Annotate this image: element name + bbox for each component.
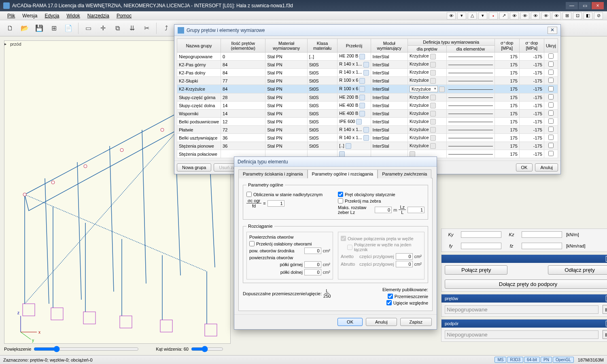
toolbar-view-2[interactable]: ▾: [457, 12, 466, 19]
hide-checkbox[interactable]: [548, 102, 554, 108]
chk-supercritical[interactable]: Obliczenia w stanie nadkrytycznym: [246, 192, 333, 197]
hide-checkbox[interactable]: [548, 61, 554, 67]
open-file-button[interactable]: 📂: [19, 22, 31, 34]
tool-cut[interactable]: ✂: [140, 22, 153, 34]
save-file-button[interactable]: 💾: [33, 22, 45, 34]
ribs-ratio-field[interactable]: [407, 207, 424, 213]
table-row[interactable]: Słupy-część dolna14Stal PNSt0SHE 400 B I…: [177, 102, 558, 110]
menu-widok[interactable]: Widok: [64, 12, 83, 19]
table-row[interactable]: K2-Słupki77Stal PNSt0SR 100 x 6 InterSta…: [177, 77, 558, 85]
col-name[interactable]: Nazwa grupy: [177, 39, 221, 53]
toolbar-view-14[interactable]: ◧: [584, 12, 592, 19]
table-row[interactable]: Płatwie72Stal PNSt0SR 140 x 1... InterSt…: [177, 126, 558, 134]
def-edit-icon[interactable]: [430, 70, 436, 76]
col-count[interactable]: Ilość prętów (elementów): [221, 39, 265, 53]
def-edit-icon[interactable]: [430, 62, 436, 68]
def-edit-icon[interactable]: [439, 87, 445, 92]
fov-slider[interactable]: [191, 346, 223, 352]
tab-general-tension[interactable]: Parametry ogólne i rozciągania: [308, 169, 378, 178]
def-edit-icon[interactable]: [430, 127, 436, 133]
hide-checkbox[interactable]: [548, 119, 554, 124]
col-def-e[interactable]: dla elementów: [446, 46, 495, 53]
def-edit-icon[interactable]: [430, 135, 436, 141]
col-def-p[interactable]: dla prętów: [407, 46, 446, 53]
col-def[interactable]: Definicja typu wymiarowania: [407, 39, 495, 46]
groups-table[interactable]: Nazwa grupy Ilość prętów (elementów) Mat…: [177, 38, 558, 158]
def-cancel-button[interactable]: Anuluj: [366, 318, 397, 326]
toolbar-view-7[interactable]: 👁: [510, 12, 519, 19]
section-edit-icon[interactable]: [363, 70, 369, 76]
section-edit-icon[interactable]: [359, 111, 365, 116]
tool-report[interactable]: 📄: [62, 22, 74, 34]
element-def-line[interactable]: [448, 57, 493, 57]
toolbar-view-10[interactable]: 👁: [541, 12, 550, 19]
groups-close-button[interactable]: ✕: [548, 27, 557, 34]
tool-frame[interactable]: ▭: [82, 22, 94, 34]
table-row[interactable]: Stężenia pionowe36Stal PNSt0S[..] InterS…: [177, 142, 558, 150]
element-def-line[interactable]: [448, 73, 493, 73]
table-row[interactable]: Belki podsuwnicowe12Stal PNSt0SIPE 600 I…: [177, 118, 558, 126]
hide-checkbox[interactable]: [548, 94, 554, 99]
hide-checkbox[interactable]: [548, 127, 554, 132]
hide-checkbox[interactable]: [548, 70, 554, 75]
toolbar-view-9[interactable]: 👁: [531, 12, 540, 19]
abrutto-field[interactable]: [396, 261, 413, 267]
section-edit-icon[interactable]: [339, 151, 345, 157]
new-group-button[interactable]: Nowa grupa: [177, 163, 211, 171]
element-def-line[interactable]: [448, 81, 493, 81]
hide-checkbox[interactable]: [548, 110, 554, 116]
menu-wersja[interactable]: Wersja: [19, 12, 40, 19]
sigma-ratio-field[interactable]: [267, 200, 284, 207]
section-edit-icon[interactable]: [363, 127, 369, 133]
element-def-line[interactable]: [448, 106, 493, 106]
groups-ok-button[interactable]: OK: [516, 163, 533, 171]
toolbar-view-4[interactable]: ▾: [478, 12, 487, 19]
anetto-field[interactable]: [396, 253, 413, 260]
table-row[interactable]: Wsporniki14Stal PNSt0SHE 400 B InterStal…: [177, 110, 558, 118]
section-edit-icon[interactable]: [359, 78, 365, 84]
table-row[interactable]: Niepogrupowane0Stal PN[..]HE 200 B Inter…: [177, 53, 558, 61]
toolbar-view-11[interactable]: 👁: [552, 12, 561, 19]
col-hide[interactable]: Ukryj: [544, 39, 558, 53]
minimize-button[interactable]: —: [566, 2, 578, 9]
menu-narzedzia[interactable]: Narzędzia: [84, 12, 112, 19]
section-edit-icon[interactable]: [359, 103, 365, 108]
toolbar-view-5[interactable]: •: [489, 12, 498, 19]
col-class[interactable]: Klasa materiału: [307, 39, 337, 53]
fy-field[interactable]: [461, 243, 501, 249]
def-save-button[interactable]: Zapisz: [400, 318, 432, 326]
ribs-lz-field[interactable]: [375, 207, 392, 213]
web-holes-field[interactable]: [304, 248, 321, 254]
def-edit-icon[interactable]: [430, 143, 436, 149]
def-edit-icon[interactable]: [430, 95, 436, 100]
bot-flange-holes-field[interactable]: [304, 269, 321, 275]
tool-copy[interactable]: ⧉: [111, 22, 123, 34]
def-edit-icon[interactable]: [430, 103, 436, 108]
group-supports-combo[interactable]: [445, 330, 599, 339]
col-material[interactable]: Materiał wymiarowany: [265, 39, 307, 53]
col-module[interactable]: Moduł wymiarujący: [371, 39, 407, 53]
def-ok-button[interactable]: OK: [337, 318, 363, 326]
chk-relative-deflection[interactable]: Ugięcie względne: [338, 300, 428, 305]
toolbar-view-6[interactable]: ↗: [499, 12, 508, 19]
toolbar-view-13[interactable]: ⊡: [573, 12, 582, 19]
def-edit-icon[interactable]: [410, 151, 415, 157]
fz-field[interactable]: [522, 243, 562, 249]
join-bars-button[interactable]: Połącz pręty: [445, 265, 507, 275]
element-def-line[interactable]: [448, 130, 493, 130]
element-def-line[interactable]: [448, 146, 493, 146]
groups-cancel-button[interactable]: Anuluj: [535, 163, 558, 171]
section-edit-icon[interactable]: [359, 86, 365, 92]
col-sm[interactable]: σ⁻dop [MPa]: [519, 39, 544, 53]
section-edit-icon[interactable]: [356, 119, 362, 125]
table-row[interactable]: Belki usztywniające36Stal PNSt0SR 140 x …: [177, 134, 558, 142]
hide-checkbox[interactable]: [548, 78, 554, 83]
table-row[interactable]: K2-Krzyżulce84Stal PNSt0SR 100 x 6 Inter…: [177, 85, 558, 93]
ky-field[interactable]: [461, 231, 501, 238]
toolbar-view-15[interactable]: ⊘: [594, 12, 603, 19]
tab-compression[interactable]: Parametry ściskania i zginania: [238, 169, 308, 178]
element-def-line[interactable]: [448, 114, 493, 114]
toolbar-view-1[interactable]: 👁: [447, 12, 456, 19]
chk-displacement[interactable]: Przemieszczenie: [338, 294, 428, 299]
def-select[interactable]: Krzyżulce: [410, 86, 438, 92]
